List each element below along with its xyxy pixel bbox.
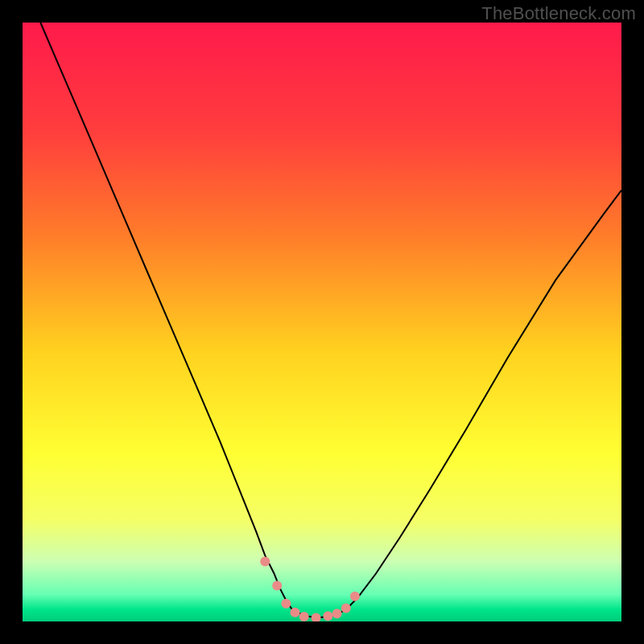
- watermark-text: TheBottleneck.com: [481, 3, 636, 24]
- bottleneck-plot: [23, 23, 621, 621]
- highlight-dot: [341, 604, 351, 613]
- highlight-dot: [272, 580, 282, 590]
- highlight-dot: [291, 608, 300, 617]
- gradient-background: [23, 23, 621, 621]
- highlight-dot: [332, 609, 342, 618]
- highlight-dot: [299, 612, 309, 621]
- highlight-dot: [260, 557, 270, 567]
- highlight-dot: [323, 611, 332, 621]
- highlight-dot: [350, 592, 360, 601]
- chart-frame: [23, 23, 621, 621]
- highlight-dot: [281, 599, 291, 609]
